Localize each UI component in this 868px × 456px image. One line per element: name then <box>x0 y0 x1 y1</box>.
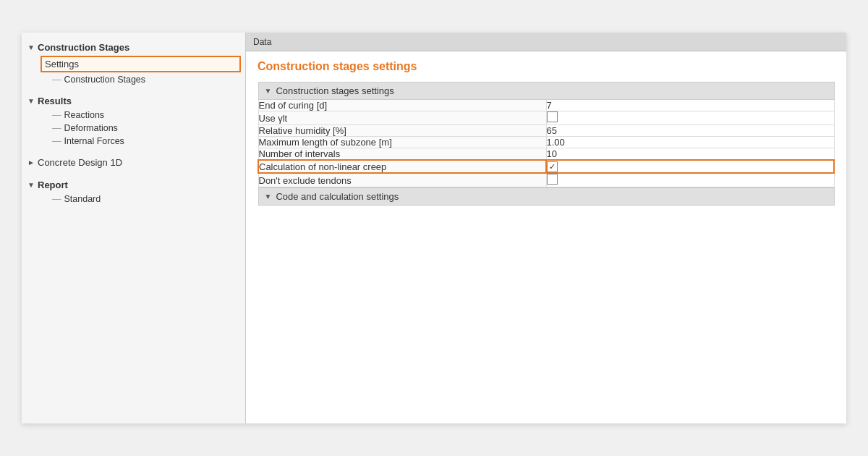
content-panel: Data Construction stages settings ▼ Cons… <box>246 33 846 423</box>
content-body: Construction stages settings ▼ Construct… <box>246 51 846 423</box>
prop-value-dont-exclude-tendons[interactable] <box>546 173 834 187</box>
prop-value-end-of-curing[interactable] <box>546 100 834 111</box>
sidebar-item-report[interactable]: Report <box>22 177 245 193</box>
prop-value-use-ylt[interactable] <box>546 111 834 125</box>
sidebar-item-settings[interactable]: Settings <box>41 56 241 72</box>
sidebar-item-concrete-design-1d[interactable]: Concrete Design 1D <box>22 155 245 170</box>
prop-value-relative-humidity[interactable] <box>546 125 834 137</box>
tree-arrow-report <box>27 181 38 189</box>
sidebar-label-construction-stages-child: Construction Stages <box>64 75 146 85</box>
table-row: Use γlt <box>258 111 834 125</box>
input-number-of-intervals[interactable] <box>547 148 834 159</box>
property-table: ▼ Construction stages settings End of cu… <box>258 82 835 206</box>
sidebar-item-construction-stages[interactable]: Construction Stages <box>22 40 245 55</box>
input-relative-humidity[interactable] <box>547 125 834 136</box>
sidebar: Construction Stages Settings Constructio… <box>22 33 246 423</box>
sidebar-label-results: Results <box>38 96 72 106</box>
table-row: Relative humidity [%] <box>258 125 834 137</box>
checkbox-calc-non-linear-creep[interactable] <box>547 161 558 172</box>
content-top-bar: Data <box>246 33 846 51</box>
table-row-highlighted: Calculation of non-linear creep <box>258 160 834 173</box>
table-row: Number of intervals <box>258 148 834 161</box>
page-title: Construction stages settings <box>258 60 835 73</box>
sidebar-item-reactions[interactable]: Reactions <box>22 109 245 122</box>
sidebar-item-deformations[interactable]: Deformations <box>22 122 245 135</box>
sidebar-item-internal-forces[interactable]: Internal Forces <box>22 135 245 148</box>
sidebar-label-standard: Standard <box>64 194 101 204</box>
sidebar-item-standard[interactable]: Standard <box>22 193 245 206</box>
main-container: Construction Stages Settings Constructio… <box>22 33 846 423</box>
sidebar-label-internal-forces: Internal Forces <box>64 136 124 146</box>
section-arrow-code: ▼ <box>265 193 272 200</box>
prop-label-dont-exclude-tendons: Don't exclude tendons <box>258 173 546 187</box>
sidebar-label-construction-stages: Construction Stages <box>38 42 129 53</box>
table-row: End of curing [d] <box>258 100 834 111</box>
table-row: Don't exclude tendons <box>258 173 834 187</box>
sidebar-label-concrete-design-1d: Concrete Design 1D <box>38 157 122 168</box>
sidebar-item-construction-stages-child[interactable]: Construction Stages <box>22 73 245 86</box>
prop-label-calc-non-linear-creep: Calculation of non-linear creep <box>258 160 546 173</box>
prop-label-use-ylt: Use γlt <box>258 111 546 125</box>
top-bar-label: Data <box>253 37 271 47</box>
table-row: Maximum length of subzone [m] <box>258 137 834 148</box>
main-section-label: Construction stages settings <box>276 85 393 96</box>
prop-label-max-length-subzone: Maximum length of subzone [m] <box>258 137 546 148</box>
code-section-header: ▼ Code and calculation settings <box>258 187 834 206</box>
sidebar-label-reactions: Reactions <box>64 110 105 120</box>
input-end-of-curing[interactable] <box>547 100 834 111</box>
sidebar-label-deformations: Deformations <box>64 123 118 133</box>
sidebar-label-settings: Settings <box>45 59 79 69</box>
prop-value-number-of-intervals[interactable] <box>546 148 834 161</box>
code-section-label: Code and calculation settings <box>276 191 399 202</box>
input-max-length-subzone[interactable] <box>547 137 834 148</box>
checkbox-dont-exclude-tendons[interactable] <box>547 174 558 185</box>
main-section-header: ▼ Construction stages settings <box>258 83 834 100</box>
tree-arrow-construction-stages <box>27 43 38 51</box>
tree-arrow-results <box>27 97 38 105</box>
sidebar-item-results[interactable]: Results <box>22 93 245 109</box>
prop-value-calc-non-linear-creep[interactable] <box>546 160 834 173</box>
tree-arrow-concrete-design-1d <box>27 159 38 166</box>
section-arrow-main: ▼ <box>265 87 272 95</box>
prop-label-relative-humidity: Relative humidity [%] <box>258 125 546 137</box>
prop-label-end-of-curing: End of curing [d] <box>258 100 546 111</box>
prop-value-max-length-subzone[interactable] <box>546 137 834 148</box>
sidebar-label-report: Report <box>38 180 68 190</box>
prop-label-number-of-intervals: Number of intervals <box>258 148 546 161</box>
checkbox-use-ylt[interactable] <box>547 111 558 122</box>
